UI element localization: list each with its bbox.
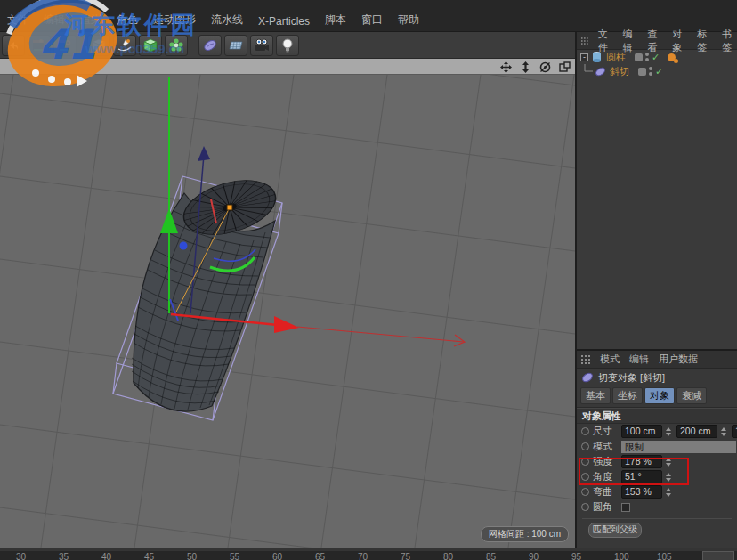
timeline-tick: 95 (571, 552, 581, 560)
menu-item-edit[interactable]: 编辑 (44, 12, 65, 28)
stepper[interactable] (666, 487, 673, 498)
timeline-tick: 30 (16, 552, 26, 560)
mode-row: 模式 限制 (577, 439, 737, 454)
viewport-grid (0, 75, 575, 548)
tab-coordinates[interactable]: 坐标 (612, 387, 643, 404)
keyframe-dot[interactable] (581, 503, 589, 511)
fillet-row: 圆角 (577, 499, 737, 515)
dolly-icon[interactable] (519, 61, 531, 73)
am-menu-mode[interactable]: 模式 (600, 353, 620, 366)
menu-item-help[interactable]: 帮助 (398, 12, 419, 28)
am-menu-userdata[interactable]: 用户数据 (659, 353, 698, 366)
bend-row: 弯曲 153 % (577, 484, 737, 499)
render-settings-icon[interactable] (53, 35, 77, 56)
tab-object[interactable]: 对象 (644, 387, 675, 404)
match-to-parent-button[interactable]: 匹配到父级 (588, 523, 642, 538)
timeline-tick: 60 (272, 552, 282, 560)
menu-item-script[interactable]: 脚本 (325, 12, 346, 28)
timeline-tick: 40 (101, 552, 111, 560)
deformer-icon[interactable] (198, 35, 222, 56)
fillet-checkbox[interactable] (621, 503, 630, 512)
timeline-tick: 80 (443, 552, 453, 560)
undo-icon[interactable] (2, 35, 25, 56)
timeline-tick: 50 (187, 552, 197, 560)
grid-spacing-badge: 网格间距 : 100 cm (481, 526, 569, 542)
visibility-dots[interactable] (645, 53, 649, 61)
mode-label: 模式 (593, 440, 618, 453)
timeline-tick: 65 (315, 552, 325, 560)
attribute-manager-menu: 模式 编辑 用户数据 (577, 351, 737, 369)
size-z-field[interactable]: 100 cm (732, 425, 737, 438)
timeline-tick: 35 (59, 552, 69, 560)
mode-dropdown[interactable]: 限制 (621, 441, 736, 453)
z-axis-handle[interactable] (180, 242, 188, 250)
camera-icon[interactable] (250, 35, 273, 56)
rotate-icon[interactable] (539, 61, 551, 73)
object-name[interactable]: 圆柱 (606, 51, 626, 64)
menu-item-file[interactable]: 文件 (7, 12, 28, 28)
collapse-toggle[interactable]: - (580, 53, 588, 61)
render-view-icon[interactable] (28, 35, 51, 56)
enabled-check-icon[interactable]: ✓ (652, 52, 660, 63)
timeline-tick: 45 (144, 552, 154, 560)
enabled-check-icon[interactable]: ✓ (655, 66, 663, 77)
viewport-header (0, 59, 575, 75)
timeline-tick: 105 (657, 552, 672, 560)
menu-item-mograph[interactable]: 运动图形 (153, 12, 196, 28)
menu-item-window[interactable]: 窗口 (361, 12, 383, 28)
timeline-tick: 85 (486, 552, 496, 560)
object-tree[interactable]: - 圆柱 ✓ 斜切 ✓ (577, 50, 737, 349)
size-label: 尺寸 (593, 425, 618, 438)
bend-label: 弯曲 (593, 485, 618, 499)
shear-deformer-icon (595, 66, 606, 77)
menu-item-render[interactable]: 渲染 (80, 12, 101, 28)
tree-row-shear[interactable]: 斜切 ✓ (577, 64, 737, 78)
attribute-tabs: 基本 坐标 对象 衰减 (577, 386, 737, 408)
panel-grip-icon[interactable] (581, 355, 590, 364)
bend-field[interactable]: 153 % (621, 485, 662, 499)
subdivision-surface-icon[interactable] (139, 35, 162, 56)
menu-item-pipeline[interactable]: 流水线 (211, 12, 243, 28)
light-icon[interactable] (276, 35, 299, 56)
phong-tag-icon[interactable] (668, 53, 676, 61)
size-x-field[interactable]: 100 cm (621, 425, 662, 438)
stepper[interactable] (666, 426, 673, 437)
am-menu-edit[interactable]: 编辑 (629, 353, 649, 366)
attribute-object-title: 切变对象 [斜切] (598, 371, 665, 385)
annotation-highlight-box (579, 458, 689, 485)
tab-falloff[interactable]: 衰减 (676, 387, 707, 404)
keyframe-dot[interactable] (581, 488, 589, 496)
keyframe-dot[interactable] (581, 442, 589, 450)
stepper[interactable] (721, 426, 728, 437)
cylinder-object-icon (591, 51, 603, 63)
size-y-field[interactable]: 200 cm (676, 425, 717, 438)
floor-icon[interactable] (224, 35, 247, 56)
layer-square[interactable] (638, 68, 646, 76)
array-generator-icon[interactable] (165, 35, 188, 56)
tree-row-cylinder[interactable]: - 圆柱 ✓ (577, 50, 737, 64)
origin-point[interactable] (227, 205, 232, 210)
menu-item-xparticles[interactable]: X-Particles (258, 15, 310, 28)
timeline-tick: 100 (614, 552, 629, 560)
object-name[interactable]: 斜切 (610, 65, 629, 78)
visibility-dots[interactable] (649, 67, 652, 76)
toggle-view-icon[interactable] (558, 61, 571, 73)
viewport-canvas[interactable] (0, 75, 575, 548)
main-toolbar (0, 32, 575, 59)
spline-pen-icon[interactable] (113, 35, 136, 56)
timeline-ruler[interactable]: 30 35 40 45 50 55 60 65 70 75 80 85 90 9… (0, 548, 737, 560)
timeline-end-field[interactable] (702, 551, 734, 560)
keyframe-dot[interactable] (581, 427, 589, 435)
viewport[interactable]: 网格间距 : 100 cm (0, 75, 575, 548)
tree-connector (582, 64, 595, 78)
timeline-tick: 90 (529, 552, 539, 560)
layer-square[interactable] (635, 53, 643, 61)
tab-basic[interactable]: 基本 (580, 387, 611, 404)
cube-primitive-icon[interactable] (87, 35, 110, 56)
menu-item-character[interactable]: 角色 (117, 12, 138, 28)
pan-icon[interactable] (499, 61, 512, 73)
timeline-tick: 55 (230, 552, 239, 560)
timeline-tick: 70 (358, 552, 368, 560)
panel-grip-icon[interactable] (581, 37, 588, 45)
shear-deformer-icon (581, 371, 594, 384)
